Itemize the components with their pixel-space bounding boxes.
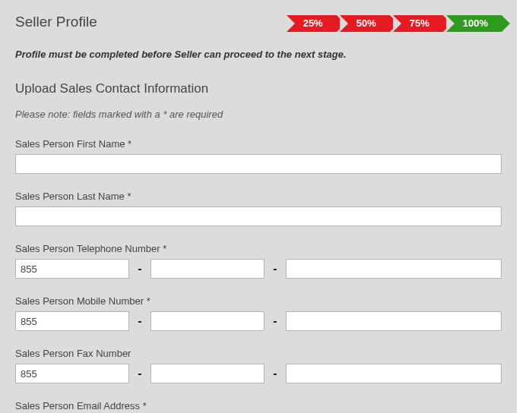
page-title: Seller Profile <box>15 14 97 30</box>
progress-step-100: 100% <box>446 15 502 32</box>
field-mobile: Sales Person Mobile Number * - - <box>15 295 502 331</box>
input-fax-area[interactable] <box>150 364 264 383</box>
input-mobile-cc[interactable] <box>15 311 129 331</box>
dash-icon: - <box>272 314 278 328</box>
field-first-name: Sales Person First Name * <box>15 138 502 174</box>
progress-step-75: 75% <box>393 15 443 32</box>
header-row: Seller Profile 25% 50% 75% 100% <box>15 14 502 32</box>
input-telephone-num[interactable] <box>286 259 502 279</box>
mobile-row: - - <box>15 311 502 331</box>
label-last-name: Sales Person Last Name * <box>15 191 502 202</box>
field-fax: Sales Person Fax Number - - <box>15 348 502 383</box>
dash-icon: - <box>137 367 143 380</box>
dash-icon: - <box>137 314 143 328</box>
dash-icon: - <box>272 262 278 276</box>
input-first-name[interactable] <box>15 154 502 174</box>
required-hint: Please note: fields marked with a * are … <box>15 109 502 120</box>
label-telephone: Sales Person Telephone Number * <box>15 243 502 254</box>
progress-step-25: 25% <box>287 15 337 32</box>
input-telephone-area[interactable] <box>150 259 264 279</box>
progress-bar: 25% 50% 75% 100% <box>287 14 502 32</box>
section-title: Upload Sales Contact Information <box>15 81 502 96</box>
label-mobile: Sales Person Mobile Number * <box>15 295 502 307</box>
label-email: Sales Person Email Address * <box>15 400 502 411</box>
input-mobile-num[interactable] <box>286 311 502 331</box>
field-email: Sales Person Email Address * <box>15 400 502 413</box>
label-fax: Sales Person Fax Number <box>15 348 502 359</box>
input-fax-num[interactable] <box>286 364 502 383</box>
field-telephone: Sales Person Telephone Number * - - <box>15 243 502 279</box>
telephone-row: - - <box>15 259 502 279</box>
fax-row: - - <box>15 364 502 383</box>
label-first-name: Sales Person First Name * <box>15 138 502 150</box>
completion-notice: Profile must be completed before Seller … <box>15 49 502 60</box>
progress-step-50: 50% <box>340 15 390 32</box>
dash-icon: - <box>272 367 278 380</box>
page-container[interactable]: Seller Profile 25% 50% 75% 100% Profile … <box>0 0 517 413</box>
input-telephone-cc[interactable] <box>15 259 129 279</box>
field-last-name: Sales Person Last Name * <box>15 191 502 226</box>
input-last-name[interactable] <box>15 206 502 226</box>
input-fax-cc[interactable] <box>15 364 129 383</box>
dash-icon: - <box>137 262 143 276</box>
input-mobile-area[interactable] <box>150 311 264 331</box>
